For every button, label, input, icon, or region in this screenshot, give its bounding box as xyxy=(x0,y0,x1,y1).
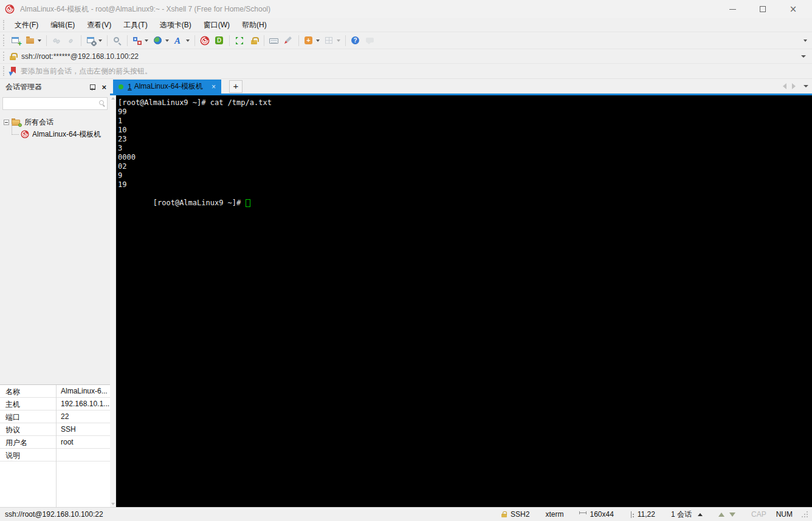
menu-help[interactable]: 帮助(H) xyxy=(236,19,273,32)
toolbar-separator xyxy=(345,35,346,46)
property-value[interactable]: AlmaLinux-6... xyxy=(56,385,110,397)
property-row-name[interactable]: 名称 AlmaLinux-6... xyxy=(0,385,110,398)
menu-file[interactable]: 文件(F) xyxy=(9,19,44,32)
property-label: 名称 xyxy=(0,385,56,397)
scrollbar-up-icon[interactable] xyxy=(111,97,115,100)
menu-tools[interactable]: 工具(T) xyxy=(117,19,153,32)
scrollbar-down-icon[interactable] xyxy=(111,503,115,505)
menu-view[interactable]: 查看(V) xyxy=(81,19,117,32)
session-count-label: 1 会话 xyxy=(671,509,692,520)
property-label: 端口 xyxy=(0,410,56,423)
property-row-port[interactable]: 端口 22 xyxy=(0,410,110,423)
property-label: 用户名 xyxy=(0,436,56,448)
property-row-username[interactable]: 用户名 root xyxy=(0,436,110,449)
title-bar: AlmaLinux-64-模板机 - root@AlmaLinux9:~ - X… xyxy=(0,0,812,18)
tab-scroll-left-icon[interactable] xyxy=(783,83,786,89)
xftp-button[interactable]: D xyxy=(212,33,227,48)
terminal-size-icon xyxy=(579,511,587,517)
status-terminal-type[interactable]: xterm xyxy=(545,510,563,519)
chat-bubble-icon xyxy=(365,36,375,46)
reconnect-button xyxy=(64,33,78,48)
terminal-prompt: [root@AlmaLinux9 ~]# xyxy=(153,199,246,207)
resize-grip[interactable] xyxy=(801,511,808,518)
status-protocol: SSH2 xyxy=(500,510,529,519)
add-session-flag-icon[interactable] xyxy=(9,67,17,75)
address-value[interactable]: ssh://root:******@192.168.10.100:22 xyxy=(21,52,139,61)
property-row-description[interactable]: 说明 xyxy=(0,449,110,461)
new-file-button[interactable]: + xyxy=(301,33,322,48)
cursor-position-icon xyxy=(630,511,635,518)
tree-expander-icon[interactable] xyxy=(4,120,9,125)
xshell-button[interactable] xyxy=(198,33,212,48)
find-button[interactable] xyxy=(110,33,125,48)
new-tab-button[interactable]: + xyxy=(229,80,243,93)
menu-edit[interactable]: 编辑(E) xyxy=(44,19,81,32)
notice-bar: 要添加当前会话，点击左侧的箭头按钮。 xyxy=(0,63,812,79)
session-search-input[interactable] xyxy=(2,97,108,110)
tree-item-all-sessions[interactable]: 所有会话 xyxy=(4,116,110,128)
terminal-screen[interactable]: [root@AlmaLinux9 ~]# cat /tmp/a.txt 99 1… xyxy=(116,95,812,507)
terminal-scrollbar[interactable] xyxy=(110,95,116,507)
address-dropdown-caret-icon[interactable] xyxy=(801,55,806,58)
highlighter-button[interactable] xyxy=(281,33,296,48)
tab-bar: 1 AlmaLinux-64-模板机 × + xyxy=(110,79,812,95)
property-value[interactable]: 22 xyxy=(56,410,110,423)
tab-scroll-right-icon[interactable] xyxy=(792,83,796,89)
toolbar-separator xyxy=(194,35,195,46)
toolbar-overflow-button[interactable] xyxy=(803,39,807,42)
pin-panel-icon[interactable] xyxy=(88,83,97,92)
status-session-count[interactable]: 1 会话 xyxy=(671,509,703,520)
close-button[interactable]: × xyxy=(786,2,800,16)
terminal-line: 19 xyxy=(118,180,812,189)
new-session-button[interactable]: + xyxy=(9,33,23,48)
new-file-icon: + xyxy=(304,36,314,46)
lock-icon xyxy=(249,36,259,46)
tab-close-icon[interactable]: × xyxy=(212,83,216,90)
tab-list-dropdown-icon[interactable] xyxy=(803,85,808,87)
tree-root-label: 所有会话 xyxy=(24,117,53,128)
font-button[interactable]: A xyxy=(171,33,192,48)
next-session-icon[interactable] xyxy=(729,512,735,517)
session-properties-button[interactable] xyxy=(84,33,105,48)
session-list-caret-icon[interactable] xyxy=(698,513,703,516)
instant-message-button xyxy=(363,33,377,48)
menu-tabs[interactable]: 选项卡(B) xyxy=(154,19,198,32)
address-bar[interactable]: ssh://root:******@192.168.10.100:22 xyxy=(0,49,812,63)
property-value[interactable] xyxy=(56,449,110,461)
caps-lock-indicator: CAP xyxy=(751,510,766,519)
close-panel-icon[interactable]: × xyxy=(102,83,106,91)
property-row-protocol[interactable]: 协议 SSH xyxy=(0,423,110,436)
property-value[interactable]: root xyxy=(56,436,110,448)
terminal-line: 0000 xyxy=(118,153,812,162)
status-connection: ssh://root@192.168.10.100:22 xyxy=(5,510,484,519)
highlighter-icon xyxy=(284,36,294,46)
tree-item-session[interactable]: AlmaLinux-64-模板机 xyxy=(4,128,110,140)
fullscreen-button[interactable] xyxy=(232,33,247,48)
property-row-host[interactable]: 主机 192.168.10.1... xyxy=(0,398,110,410)
session-manager-title: 会话管理器 xyxy=(5,82,88,92)
lock-screen-button[interactable] xyxy=(247,33,261,48)
status-size-label: 160x44 xyxy=(590,510,613,519)
property-value[interactable]: SSH xyxy=(56,423,110,435)
property-value[interactable]: 192.168.10.1... xyxy=(56,398,110,410)
compose-pane-button[interactable] xyxy=(130,33,151,48)
minimize-icon xyxy=(729,9,736,10)
disconnect-button xyxy=(49,33,64,48)
menu-window[interactable]: 窗口(W) xyxy=(198,19,236,32)
find-icon xyxy=(112,36,122,46)
status-cursor-label: 11,22 xyxy=(638,510,655,519)
tab-active-session[interactable]: 1 AlmaLinux-64-模板机 × xyxy=(113,80,221,94)
virtual-keyboard-button[interactable] xyxy=(267,33,281,48)
toolbar: + A D xyxy=(0,32,812,49)
tile-layout-icon xyxy=(325,36,334,46)
web-browser-button[interactable] xyxy=(151,33,171,48)
status-protocol-label: SSH2 xyxy=(511,510,529,519)
open-session-button[interactable] xyxy=(23,33,44,48)
prev-session-icon[interactable] xyxy=(718,512,724,517)
terminal-line: 02 xyxy=(118,162,812,171)
dropdown-caret-icon xyxy=(165,39,169,42)
maximize-button[interactable] xyxy=(756,2,769,16)
minimize-button[interactable] xyxy=(726,2,739,16)
help-button[interactable]: ? xyxy=(348,33,363,48)
maximize-icon xyxy=(760,6,766,12)
